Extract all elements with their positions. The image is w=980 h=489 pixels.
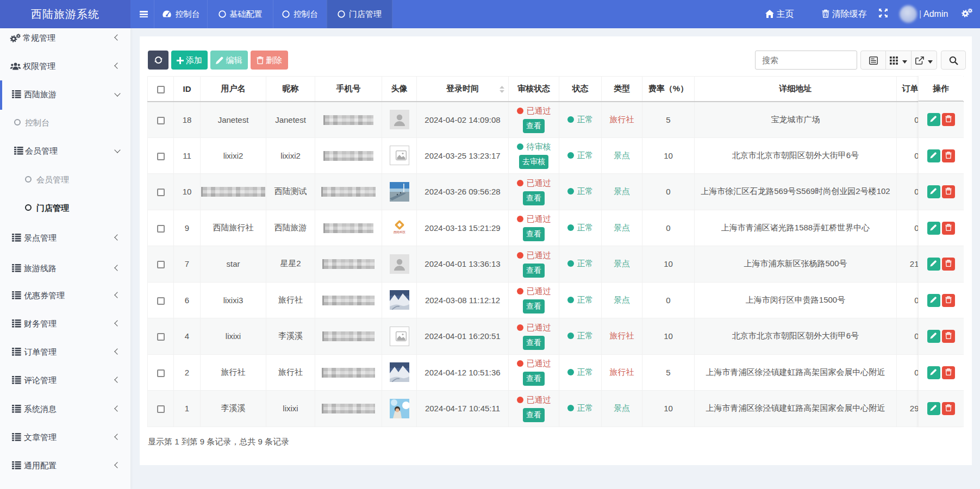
svg-text:西陆科技: 西陆科技 [394,230,406,234]
